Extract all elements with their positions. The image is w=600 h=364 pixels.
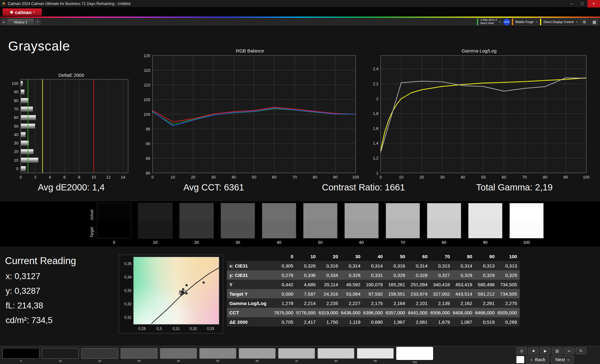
add-page-button[interactable]: +	[35, 19, 40, 25]
table-cell: 0,680	[363, 317, 386, 327]
svg-text:60: 60	[14, 115, 18, 120]
table-cell: 0,314	[363, 261, 386, 270]
pattern-patch-60[interactable]: 60	[239, 348, 276, 362]
table-cell: 2,214	[296, 298, 319, 308]
table-cell: 6357,000	[386, 308, 408, 317]
pattern-patch-50[interactable]: 50	[199, 348, 236, 362]
chevron-down-icon: ▾	[33, 11, 35, 14]
pattern-patch-10[interactable]: 10	[42, 348, 79, 362]
svg-text:30: 30	[14, 141, 18, 145]
pattern-patch-40[interactable]: 40	[160, 348, 197, 362]
table-cell: 251,094	[408, 280, 430, 289]
svg-text:100: 100	[143, 112, 150, 117]
ramp-swatch-100: 100	[509, 203, 544, 245]
column-header-60: 60	[408, 252, 430, 261]
patch-swatch[interactable]	[2, 348, 39, 359]
table-cell: 0,326	[296, 261, 319, 270]
ramp-swatch-10: 10	[138, 203, 172, 245]
tab-history-1[interactable]: History 1	[8, 19, 34, 25]
svg-text:70: 70	[522, 175, 527, 180]
layout-button[interactable]: ▦	[590, 18, 598, 25]
patch-level-label: 60	[239, 359, 276, 362]
svg-text:80: 80	[146, 171, 150, 175]
patch-swatch[interactable]	[357, 348, 394, 359]
swatch-level-label: 10	[138, 240, 172, 245]
avg-de2000-stat: Avg dE2000: 1,4	[9, 182, 134, 193]
maximize-icon: □	[581, 1, 583, 6]
history-expand-button[interactable]: ▸	[1, 19, 7, 25]
calman-menu-button[interactable]: calman ▾	[2, 8, 42, 16]
meter-mode: Direct View	[480, 22, 497, 25]
next-button[interactable]: Next »	[551, 356, 574, 363]
svg-text:70: 70	[14, 107, 18, 111]
source-selector[interactable]: Mobile Forge ▾	[512, 18, 538, 25]
svg-text:4: 4	[49, 175, 51, 180]
display-control-selector[interactable]: Direct Display Control ▾	[540, 18, 578, 25]
grayscale-table: 0102030405060708090100x: CIE310,3050,326…	[227, 252, 520, 327]
pattern-patch-0[interactable]: 0	[2, 348, 39, 362]
patch-level-label: 90	[357, 359, 394, 362]
patch-swatch[interactable]	[121, 348, 158, 359]
patch-swatch[interactable]	[160, 348, 197, 359]
pattern-window-button[interactable]: ▤	[552, 347, 562, 354]
navigation-controls: « Back Next »	[516, 356, 574, 363]
pattern-patch-30[interactable]: 30	[121, 348, 158, 362]
pattern-patch-100[interactable]: 100	[396, 348, 433, 364]
svg-text:0,35: 0,35	[124, 262, 132, 266]
svg-text:50: 50	[14, 124, 18, 129]
loop-button[interactable]: ↻	[576, 347, 586, 354]
table-cell: 0,336	[296, 270, 319, 280]
meter-selector[interactable]: X-Rite i1Pro 3 Direct View ▾	[477, 18, 502, 25]
svg-text:0,3: 0,3	[157, 327, 162, 331]
swatch-actual-target	[262, 203, 296, 239]
patch-swatch[interactable]	[278, 348, 315, 359]
patch-swatch[interactable]	[199, 348, 236, 359]
patch-swatch[interactable]	[81, 348, 118, 359]
svg-text:2,4: 2,4	[373, 66, 378, 71]
table-cell: 734,505	[498, 289, 520, 298]
table-row: ΔE 20000,7052,4171,7501,1190,6801,9672,0…	[227, 317, 520, 327]
pattern-patch-20[interactable]: 20	[81, 348, 118, 362]
ramp-swatch-50: 50	[303, 203, 338, 245]
svg-text:10: 10	[399, 175, 403, 180]
patch-swatch[interactable]	[396, 347, 433, 360]
svg-text:2,2: 2,2	[373, 81, 378, 86]
close-button[interactable]: ×	[588, 0, 600, 7]
patch-swatch[interactable]	[239, 348, 276, 359]
table-cell: 0,313	[498, 261, 520, 270]
svg-text:20: 20	[14, 149, 18, 154]
settings-button[interactable]: ⚙	[580, 18, 588, 25]
table-cell: 2,275	[498, 298, 520, 308]
continuous-read-button[interactable]: ∞	[564, 347, 574, 354]
swatch-level-label: 80	[427, 240, 461, 245]
target-button[interactable]: ◎	[516, 347, 527, 354]
back-icon: «	[530, 357, 533, 362]
swatch-level-label: 30	[221, 240, 255, 245]
svg-text:100: 100	[352, 175, 359, 180]
pattern-patch-90[interactable]: 90	[357, 348, 394, 362]
close-icon: ×	[592, 1, 595, 6]
patch-swatch[interactable]	[42, 348, 79, 359]
back-button[interactable]: « Back	[526, 356, 549, 363]
table-cell: 1,967	[386, 317, 408, 327]
column-header-80: 80	[453, 252, 475, 261]
stop-button[interactable]: ■	[528, 347, 539, 354]
table-cell: 6506,000	[430, 308, 453, 317]
expand-icon: ▸	[3, 20, 5, 24]
svg-text:0,29: 0,29	[138, 327, 146, 331]
read-controls: ◎■▶▤∞↻	[516, 347, 586, 354]
maximize-button[interactable]: □	[577, 0, 588, 7]
swatch-level-label: 60	[344, 240, 379, 245]
table-cell: 327,002	[430, 289, 453, 298]
minimize-button[interactable]: –	[566, 0, 577, 7]
table-cell: 2,417	[296, 317, 319, 327]
pattern-patch-70[interactable]: 70	[278, 348, 315, 362]
play-button[interactable]: ▶	[540, 347, 551, 354]
pattern-patch-80[interactable]: 80	[318, 348, 354, 362]
swatch-actual-target	[386, 203, 420, 239]
table-cell: 2,101	[408, 298, 430, 308]
patch-swatch[interactable]	[318, 348, 354, 359]
svg-text:8: 8	[78, 175, 80, 180]
deltae-chart-title: DeltaE 2000	[11, 72, 131, 78]
rgb-balance-chart: 0102030405060708090100808590951001051101…	[141, 54, 359, 181]
